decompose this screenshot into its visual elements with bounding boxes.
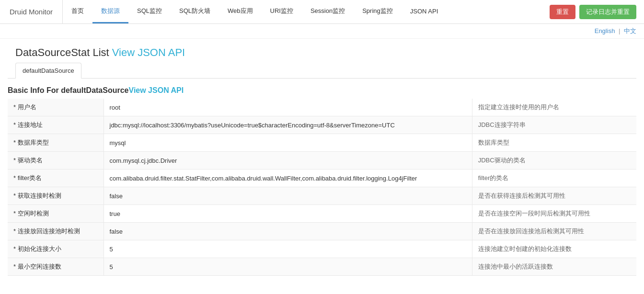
row-desc: 数据库类型 [472,134,636,152]
row-label: * 连接地址 [8,116,104,134]
table-row: * 用户名root指定建立连接时使用的用户名 [8,99,636,116]
row-desc: JDBC连接字符串 [472,116,636,134]
brand: Druid Monitor [0,0,63,23]
info-table: * 用户名root指定建立连接时使用的用户名* 连接地址jdbc:mysql:/… [8,99,636,276]
row-value: false [104,187,472,205]
row-desc: JDBC驱动的类名 [472,152,636,170]
row-label: * filter类名 [8,170,104,187]
reset-button[interactable]: 重置 [550,5,575,19]
chinese-link[interactable]: 中文 [624,27,636,34]
row-value: 5 [104,258,472,276]
nav-item-web-app[interactable]: Web应用 [219,0,262,23]
row-desc: filter的类名 [472,170,636,187]
row-value: jdbc:mysql://localhost:3306/mybatis?useU… [104,116,472,134]
nav-item-json-api[interactable]: JSON API [402,0,447,23]
content-area: DataSourceStat List View JSON API defaul… [0,39,644,276]
row-value: false [104,223,472,240]
row-label: * 用户名 [8,99,104,116]
nav-item-sql-monitor[interactable]: SQL监控 [128,0,171,23]
nav-item-spring-monitor[interactable]: Spring监控 [354,0,402,23]
table-row: * 初始化连接大小5连接池建立时创建的初始化连接数 [8,240,636,258]
nav-buttons: 重置 记录日志并重置 [550,5,644,19]
table-row: * filter类名com.alibaba.druid.filter.stat.… [8,170,636,187]
log-reset-button[interactable]: 记录日志并重置 [579,5,636,19]
table-row: * 连接放回连接池时检测false是否在连接放回连接池后检测其可用性 [8,223,636,240]
row-label: * 数据库类型 [8,134,104,152]
row-desc: 连接池建立时创建的初始化连接数 [472,240,636,258]
row-value: com.alibaba.druid.filter.stat.StatFilter… [104,170,472,187]
row-desc: 连接池中最小的活跃连接数 [472,258,636,276]
row-value: root [104,99,472,116]
tabs: defaultDataSource [8,63,636,79]
tab-default-datasource[interactable]: defaultDataSource [15,63,81,79]
table-row: * 最小空闲连接数5连接池中最小的活跃连接数 [8,258,636,276]
nav-item-datasource[interactable]: 数据源 [92,0,128,23]
table-row: * 连接地址jdbc:mysql://localhost:3306/mybati… [8,116,636,134]
row-desc: 指定建立连接时使用的用户名 [472,99,636,116]
section-json-link[interactable]: View JSON API [129,86,184,94]
section-title-static: Basic Info For defaultDataSource [8,86,129,94]
row-label: * 空闲时检测 [8,205,104,223]
row-value: true [104,205,472,223]
nav-item-session-monitor[interactable]: Session监控 [302,0,354,23]
table-row: * 驱动类名com.mysql.cj.jdbc.DriverJDBC驱动的类名 [8,152,636,170]
row-desc: 是否在连接放回连接池后检测其可用性 [472,223,636,240]
table-row: * 数据库类型mysql数据库类型 [8,134,636,152]
table-row: * 获取连接时检测false是否在获得连接后检测其可用性 [8,187,636,205]
section-title: Basic Info For defaultDataSourceView JSO… [8,79,636,99]
row-desc: 是否在连接空闲一段时间后检测其可用性 [472,205,636,223]
row-label: * 获取连接时检测 [8,187,104,205]
row-label: * 最小空闲连接数 [8,258,104,276]
row-label: * 初始化连接大小 [8,240,104,258]
row-desc: 是否在获得连接后检测其可用性 [472,187,636,205]
row-label: * 连接放回连接池时检测 [8,223,104,240]
nav-item-home[interactable]: 首页 [63,0,92,23]
row-value: mysql [104,134,472,152]
nav-item-uri-monitor[interactable]: URI监控 [262,0,302,23]
navbar: Druid Monitor 首页 数据源 SQL监控 SQL防火墙 Web应用 … [0,0,644,24]
language-bar: English | 中文 [0,24,644,39]
page-title-static: DataSourceStat List [15,46,112,58]
title-json-link[interactable]: View JSON API [112,46,185,58]
row-label: * 驱动类名 [8,152,104,170]
nav-items: 首页 数据源 SQL监控 SQL防火墙 Web应用 URI监控 Session监… [63,0,550,23]
english-link[interactable]: English [595,27,615,34]
page-title: DataSourceStat List View JSON API [8,39,636,63]
row-value: com.mysql.cj.jdbc.Driver [104,152,472,170]
row-value: 5 [104,240,472,258]
table-row: * 空闲时检测true是否在连接空闲一段时间后检测其可用性 [8,205,636,223]
nav-item-sql-firewall[interactable]: SQL防火墙 [171,0,219,23]
lang-separator: | [619,27,620,34]
